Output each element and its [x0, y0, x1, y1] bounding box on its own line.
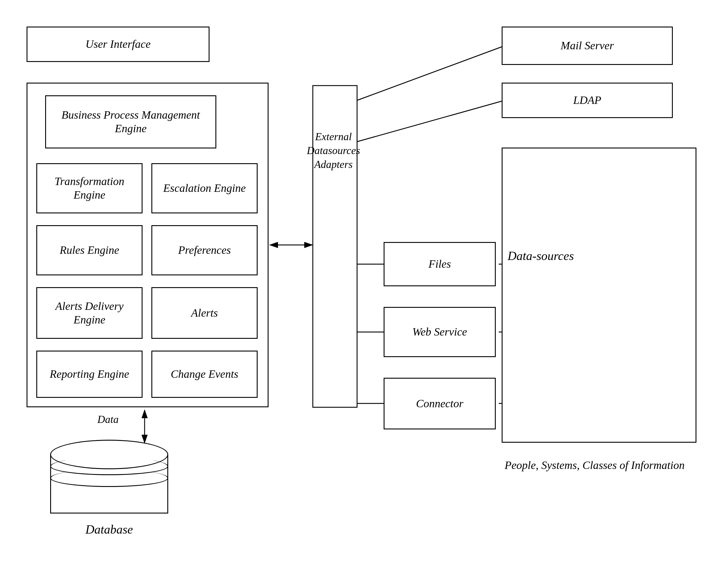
bpm-engine-box: Business Process Management Engine: [45, 95, 216, 148]
web-service-label: Web Service: [412, 325, 467, 339]
connector-box: Connector: [384, 378, 496, 429]
external-adapters-text: External Datasources Adapters: [307, 131, 360, 170]
mail-server-label: Mail Server: [561, 39, 614, 52]
preferences-label: Preferences: [178, 243, 231, 257]
alerts-delivery-engine-label: Alerts Delivery Engine: [40, 300, 139, 326]
escalation-engine-label: Escalation Engine: [163, 182, 246, 195]
people-label: People, Systems, Classes of Information: [504, 457, 685, 473]
rules-engine-label: Rules Engine: [60, 243, 119, 257]
connector-label: Connector: [416, 397, 463, 410]
files-label: Files: [428, 257, 451, 271]
transformation-engine-box: Transformation Engine: [36, 163, 143, 213]
svg-line-3: [357, 46, 504, 100]
user-interface-label: User Interface: [86, 38, 151, 51]
database-text: Database: [86, 523, 133, 536]
datasources-label: Data-sources: [508, 248, 574, 264]
user-interface-box: User Interface: [27, 27, 210, 62]
db-inner-line2: [50, 469, 168, 487]
reporting-engine-box: Reporting Engine: [36, 351, 143, 398]
alerts-delivery-engine-box: Alerts Delivery Engine: [36, 287, 143, 339]
svg-line-4: [357, 100, 504, 142]
mail-server-box: Mail Server: [502, 27, 673, 65]
change-events-label: Change Events: [170, 368, 238, 381]
ldap-box: LDAP: [502, 83, 673, 118]
bpm-engine-label: Business Process Management Engine: [49, 108, 212, 135]
ldap-label: LDAP: [573, 94, 602, 107]
people-text: People, Systems, Classes of Information: [504, 459, 685, 471]
files-box: Files: [384, 242, 496, 286]
main-system-container: Business Process Management Engine Trans…: [27, 83, 268, 407]
web-service-box: Web Service: [384, 307, 496, 357]
database-group: Database: [50, 440, 168, 516]
alerts-label: Alerts: [191, 306, 218, 320]
reporting-engine-label: Reporting Engine: [50, 368, 129, 381]
datasources-container: [502, 147, 697, 443]
preferences-box: Preferences: [151, 225, 258, 275]
database-cylinder: [50, 440, 168, 516]
escalation-engine-box: Escalation Engine: [151, 163, 258, 213]
change-events-box: Change Events: [151, 351, 258, 398]
transformation-engine-label: Transformation Engine: [40, 175, 139, 202]
rules-engine-box: Rules Engine: [36, 225, 143, 275]
datasources-text: Data-sources: [508, 249, 574, 263]
database-label: Database: [50, 522, 168, 537]
alerts-box: Alerts: [151, 287, 258, 339]
external-adapters-label: External Datasources Adapters: [304, 130, 363, 171]
data-label: Data: [97, 413, 119, 426]
data-text: Data: [97, 414, 119, 425]
